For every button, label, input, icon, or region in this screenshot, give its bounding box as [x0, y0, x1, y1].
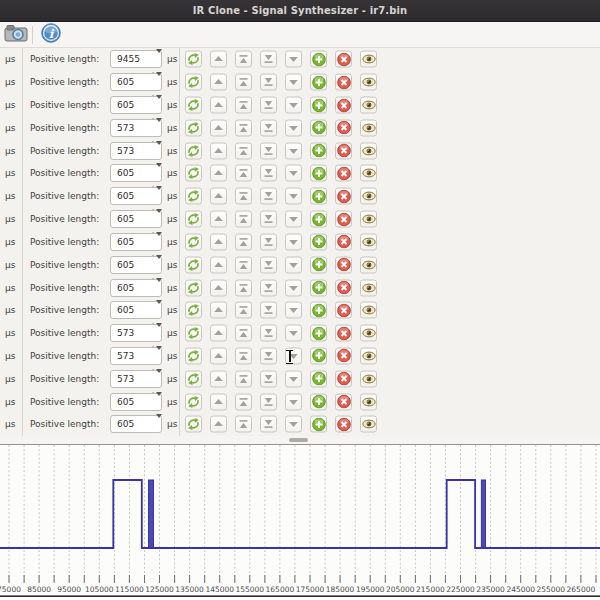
- view-button[interactable]: [360, 416, 377, 433]
- move-down-button[interactable]: [285, 256, 302, 273]
- positive-length-spinbox[interactable]: 573: [110, 119, 162, 137]
- remove-button[interactable]: [335, 370, 352, 387]
- insert-above-button[interactable]: [235, 119, 252, 136]
- spin-down-icon[interactable]: [156, 72, 162, 95]
- view-button[interactable]: [360, 302, 377, 319]
- positive-length-spinbox[interactable]: 605: [110, 393, 162, 411]
- refresh-button[interactable]: [185, 97, 202, 114]
- remove-button[interactable]: [335, 233, 352, 250]
- move-up-button[interactable]: [210, 233, 227, 250]
- insert-above-button[interactable]: [235, 347, 252, 364]
- spin-down-icon[interactable]: [156, 95, 162, 118]
- refresh-button[interactable]: [185, 325, 202, 342]
- view-button[interactable]: [360, 119, 377, 136]
- move-up-button[interactable]: [210, 165, 227, 182]
- insert-above-button[interactable]: [235, 142, 252, 159]
- spinbox-steppers[interactable]: [150, 304, 157, 323]
- insert-above-button[interactable]: [235, 74, 252, 91]
- move-up-button[interactable]: [210, 211, 227, 228]
- add-button[interactable]: [310, 233, 327, 250]
- remove-button[interactable]: [335, 51, 352, 68]
- spinbox-steppers[interactable]: [150, 145, 157, 164]
- insert-above-button[interactable]: [235, 279, 252, 296]
- move-up-button[interactable]: [210, 302, 227, 319]
- refresh-button[interactable]: [185, 211, 202, 228]
- spinbox-steppers[interactable]: [150, 167, 157, 186]
- view-button[interactable]: [360, 325, 377, 342]
- spin-down-icon[interactable]: [156, 232, 162, 255]
- move-up-button[interactable]: [210, 370, 227, 387]
- remove-button[interactable]: [335, 256, 352, 273]
- add-button[interactable]: [310, 188, 327, 205]
- move-down-button[interactable]: [285, 142, 302, 159]
- insert-below-button[interactable]: [260, 142, 277, 159]
- remove-button[interactable]: [335, 393, 352, 410]
- positive-length-spinbox[interactable]: 573: [110, 324, 162, 342]
- spinbox-steppers[interactable]: [150, 373, 157, 392]
- insert-above-button[interactable]: [235, 233, 252, 250]
- spin-down-icon[interactable]: [156, 300, 162, 323]
- move-down-button[interactable]: [285, 188, 302, 205]
- add-button[interactable]: [310, 119, 327, 136]
- refresh-button[interactable]: [185, 347, 202, 364]
- refresh-button[interactable]: [185, 416, 202, 433]
- insert-below-button[interactable]: [260, 393, 277, 410]
- screenshot-button[interactable]: [3, 24, 29, 46]
- positive-length-spinbox[interactable]: 605: [110, 415, 162, 433]
- insert-above-button[interactable]: [235, 256, 252, 273]
- insert-below-button[interactable]: [260, 370, 277, 387]
- add-button[interactable]: [310, 211, 327, 228]
- insert-above-button[interactable]: [235, 97, 252, 114]
- insert-above-button[interactable]: [235, 416, 252, 433]
- insert-above-button[interactable]: [235, 211, 252, 228]
- refresh-button[interactable]: [185, 165, 202, 182]
- move-down-button[interactable]: [285, 370, 302, 387]
- move-down-button[interactable]: [285, 74, 302, 91]
- add-button[interactable]: [310, 416, 327, 433]
- remove-button[interactable]: [335, 302, 352, 319]
- view-button[interactable]: [360, 142, 377, 159]
- remove-button[interactable]: [335, 416, 352, 433]
- move-up-button[interactable]: [210, 256, 227, 273]
- spinbox-steppers[interactable]: [150, 53, 157, 72]
- add-button[interactable]: [310, 256, 327, 273]
- add-button[interactable]: [310, 325, 327, 342]
- move-up-button[interactable]: [210, 97, 227, 114]
- positive-length-spinbox[interactable]: 605: [110, 164, 162, 182]
- remove-button[interactable]: [335, 347, 352, 364]
- remove-button[interactable]: [335, 325, 352, 342]
- positive-length-spinbox[interactable]: 573: [110, 142, 162, 160]
- insert-below-button[interactable]: [260, 211, 277, 228]
- insert-below-button[interactable]: [260, 51, 277, 68]
- refresh-button[interactable]: [185, 279, 202, 296]
- view-button[interactable]: [360, 165, 377, 182]
- view-button[interactable]: [360, 74, 377, 91]
- spinbox-steppers[interactable]: [150, 99, 157, 118]
- spinbox-steppers[interactable]: [150, 259, 157, 278]
- add-button[interactable]: [310, 74, 327, 91]
- move-down-button[interactable]: [285, 393, 302, 410]
- move-up-button[interactable]: [210, 347, 227, 364]
- spin-down-icon[interactable]: [156, 163, 162, 186]
- positive-length-spinbox[interactable]: 605: [110, 301, 162, 319]
- remove-button[interactable]: [335, 188, 352, 205]
- view-button[interactable]: [360, 256, 377, 273]
- move-down-button[interactable]: [285, 416, 302, 433]
- view-button[interactable]: [360, 188, 377, 205]
- spinbox-steppers[interactable]: [150, 190, 157, 209]
- positive-length-spinbox[interactable]: 605: [110, 279, 162, 297]
- remove-button[interactable]: [335, 279, 352, 296]
- view-button[interactable]: [360, 279, 377, 296]
- insert-below-button[interactable]: [260, 279, 277, 296]
- spinbox-steppers[interactable]: [150, 418, 157, 436]
- insert-below-button[interactable]: [260, 347, 277, 364]
- add-button[interactable]: [310, 393, 327, 410]
- refresh-button[interactable]: [185, 142, 202, 159]
- move-up-button[interactable]: [210, 279, 227, 296]
- add-button[interactable]: [310, 165, 327, 182]
- positive-length-spinbox[interactable]: 573: [110, 347, 162, 365]
- move-down-button[interactable]: [285, 97, 302, 114]
- insert-above-button[interactable]: [235, 188, 252, 205]
- add-button[interactable]: [310, 347, 327, 364]
- positive-length-spinbox[interactable]: 605: [110, 233, 162, 251]
